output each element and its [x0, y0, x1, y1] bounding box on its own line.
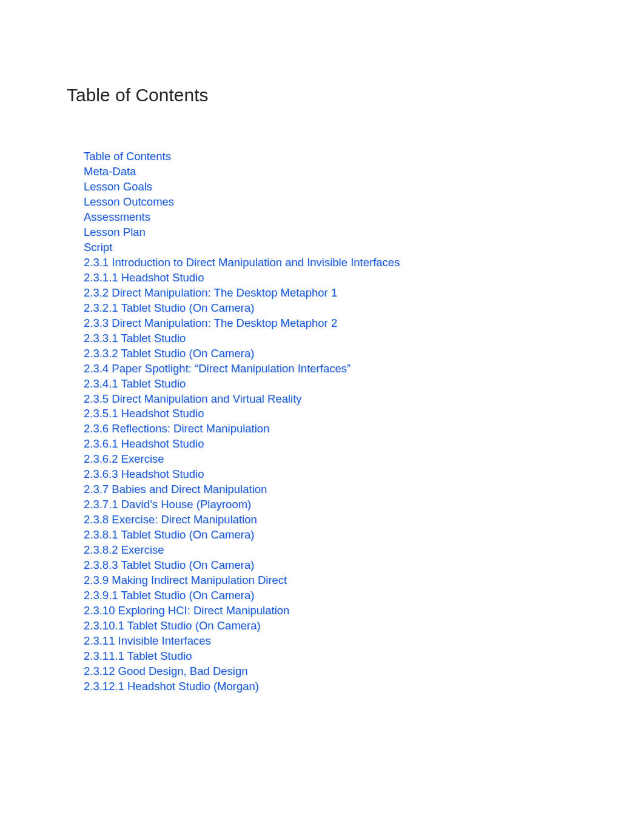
toc-link[interactable]: 2.3.9.1 Tablet Studio (On Camera): [84, 589, 254, 602]
toc-link[interactable]: 2.3.3.2 Tablet Studio (On Camera): [84, 347, 254, 360]
toc-link[interactable]: 2.3.5 Direct Manipulation and Virtual Re…: [84, 392, 302, 405]
table-of-contents: Table of ContentsMeta-DataLesson GoalsLe…: [67, 149, 577, 694]
toc-link[interactable]: 2.3.12 Good Design, Bad Design: [84, 665, 247, 677]
toc-link[interactable]: Table of Contents: [84, 150, 171, 163]
toc-item: 2.3.4 Paper Spotlight: “Direct Manipulat…: [84, 361, 577, 377]
toc-item: 2.3.4.1 Tablet Studio: [84, 377, 577, 392]
toc-item: 2.3.9 Making Indirect Manipulation Direc…: [84, 573, 577, 588]
toc-link[interactable]: 2.3.6 Reflections: Direct Manipulation: [84, 422, 269, 435]
toc-link[interactable]: 2.3.12.1 Headshot Studio (Morgan): [84, 680, 259, 692]
toc-item: 2.3.12 Good Design, Bad Design: [84, 664, 577, 679]
toc-link[interactable]: Script: [84, 241, 112, 253]
toc-link[interactable]: 2.3.3 Direct Manipulation: The Desktop M…: [84, 317, 337, 329]
toc-item: Lesson Plan: [84, 225, 577, 240]
toc-item: 2.3.3 Direct Manipulation: The Desktop M…: [84, 316, 577, 331]
toc-item: 2.3.10 Exploring HCI: Direct Manipulatio…: [84, 603, 577, 619]
toc-item: 2.3.6.1 Headshot Studio: [84, 437, 577, 452]
toc-item: 2.3.9.1 Tablet Studio (On Camera): [84, 588, 577, 603]
toc-item: 2.3.1.1 Headshot Studio: [84, 270, 577, 286]
toc-link[interactable]: 2.3.6.2 Exercise: [84, 452, 164, 465]
toc-item: 2.3.5.1 Headshot Studio: [84, 406, 577, 421]
toc-item: 2.3.8.1 Tablet Studio (On Camera): [84, 528, 577, 543]
toc-link[interactable]: 2.3.4.1 Tablet Studio: [84, 377, 186, 390]
toc-item: 2.3.7 Babies and Direct Manipulation: [84, 482, 577, 497]
toc-link[interactable]: 2.3.9 Making Indirect Manipulation Direc…: [84, 574, 287, 586]
toc-item: 2.3.11 Invisible Interfaces: [84, 634, 577, 649]
toc-item: 2.3.6.3 Headshot Studio: [84, 467, 577, 482]
toc-link[interactable]: 2.3.8.2 Exercise: [84, 543, 164, 556]
toc-link[interactable]: 2.3.6.3 Headshot Studio: [84, 468, 204, 480]
toc-link[interactable]: 2.3.1 Introduction to Direct Manipulatio…: [84, 256, 400, 269]
toc-link[interactable]: Meta-Data: [84, 165, 136, 178]
toc-item: 2.3.6 Reflections: Direct Manipulation: [84, 421, 577, 437]
toc-item: 2.3.2 Direct Manipulation: The Desktop M…: [84, 286, 577, 301]
toc-item: Table of Contents: [84, 149, 577, 164]
toc-item: Meta-Data: [84, 164, 577, 179]
toc-link[interactable]: 2.3.11 Invisible Interfaces: [84, 634, 211, 647]
toc-item: 2.3.8.3 Tablet Studio (On Camera): [84, 558, 577, 573]
toc-item: 2.3.3.1 Tablet Studio: [84, 331, 577, 346]
toc-link[interactable]: 2.3.5.1 Headshot Studio: [84, 407, 204, 420]
toc-item: 2.3.6.2 Exercise: [84, 452, 577, 467]
toc-item: 2.3.3.2 Tablet Studio (On Camera): [84, 346, 577, 361]
toc-item: 2.3.8.2 Exercise: [84, 543, 577, 558]
toc-item: 2.3.2.1 Tablet Studio (On Camera): [84, 301, 577, 316]
toc-item: 2.3.11.1 Tablet Studio: [84, 649, 577, 664]
toc-link[interactable]: 2.3.4 Paper Spotlight: “Direct Manipulat…: [84, 362, 351, 375]
toc-link[interactable]: 2.3.11.1 Tablet Studio: [84, 649, 192, 662]
toc-item: Lesson Outcomes: [84, 195, 577, 210]
toc-item: 2.3.1 Introduction to Direct Manipulatio…: [84, 255, 577, 270]
toc-link[interactable]: 2.3.7 Babies and Direct Manipulation: [84, 483, 267, 495]
toc-link[interactable]: 2.3.10 Exploring HCI: Direct Manipulatio…: [84, 604, 289, 617]
toc-item: 2.3.12.1 Headshot Studio (Morgan): [84, 679, 577, 694]
toc-link[interactable]: 2.3.1.1 Headshot Studio: [84, 271, 204, 284]
toc-link[interactable]: 2.3.8.3 Tablet Studio (On Camera): [84, 558, 254, 571]
toc-link[interactable]: 2.3.3.1 Tablet Studio: [84, 332, 186, 344]
page-title: Table of Contents: [67, 85, 577, 106]
toc-item: 2.3.7.1 David’s House (Playroom): [84, 497, 577, 512]
toc-link[interactable]: 2.3.2 Direct Manipulation: The Desktop M…: [84, 286, 337, 299]
toc-link[interactable]: Assessments: [84, 210, 150, 223]
toc-link[interactable]: 2.3.7.1 David’s House (Playroom): [84, 498, 251, 511]
toc-link[interactable]: 2.3.8.1 Tablet Studio (On Camera): [84, 528, 254, 541]
toc-link[interactable]: 2.3.10.1 Tablet Studio (On Camera): [84, 619, 261, 632]
toc-item: Assessments: [84, 210, 577, 225]
toc-item: 2.3.8 Exercise: Direct Manipulation: [84, 512, 577, 528]
toc-link[interactable]: 2.3.8 Exercise: Direct Manipulation: [84, 513, 257, 526]
toc-item: Lesson Goals: [84, 179, 577, 195]
toc-link[interactable]: Lesson Plan: [84, 226, 146, 238]
toc-item: 2.3.10.1 Tablet Studio (On Camera): [84, 619, 577, 634]
toc-link[interactable]: 2.3.6.1 Headshot Studio: [84, 437, 204, 450]
toc-item: 2.3.5 Direct Manipulation and Virtual Re…: [84, 392, 577, 407]
toc-link[interactable]: 2.3.2.1 Tablet Studio (On Camera): [84, 301, 254, 314]
toc-link[interactable]: Lesson Goals: [84, 180, 152, 193]
toc-item: Script: [84, 240, 577, 255]
toc-link[interactable]: Lesson Outcomes: [84, 195, 174, 208]
